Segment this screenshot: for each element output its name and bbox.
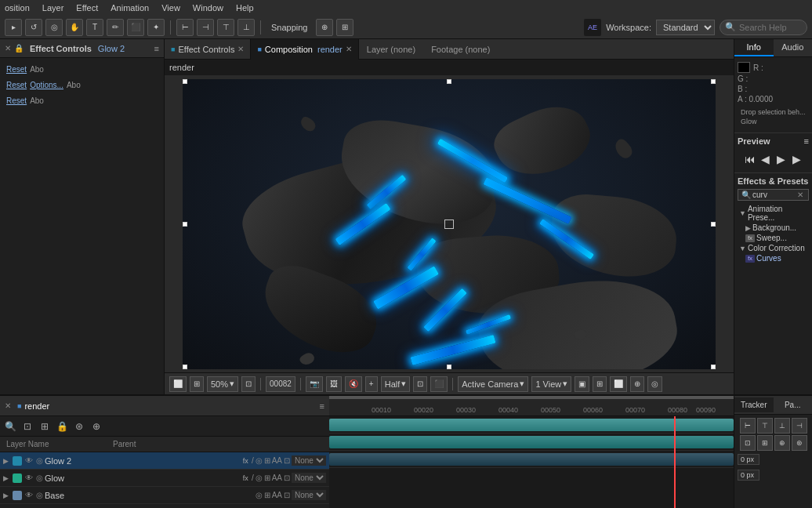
layer-glow2[interactable]: ▶ 👁 ◎ Glow 2 fx / ◎ ⊞ AA ⊡ None <box>0 452 329 470</box>
work-area-bar[interactable] <box>329 396 734 399</box>
layer-solo-glow2[interactable]: ◎ <box>36 456 43 465</box>
tracker-tab[interactable]: Tracker <box>734 397 774 412</box>
mute-btn[interactable]: 🔇 <box>345 376 362 392</box>
tl-lock-btn[interactable]: 🔒 <box>55 419 69 434</box>
layer-parent-base[interactable]: None <box>292 490 326 500</box>
timeline-tab[interactable]: render <box>24 401 49 411</box>
options-btn[interactable]: Options... <box>30 81 63 89</box>
menu-layer[interactable]: Layer <box>41 3 66 13</box>
layer-fx-glow[interactable]: fx <box>241 474 250 482</box>
pan-tool-btn[interactable]: ✋ <box>66 19 83 36</box>
snapping-btn2[interactable]: ⊞ <box>336 19 353 36</box>
audio-tab[interactable]: Audio <box>774 39 813 56</box>
show-snapshot-btn[interactable]: 🖼 <box>326 376 342 392</box>
tracker-btn-2[interactable]: ⊤ <box>757 418 773 434</box>
rotation-tool-btn[interactable]: ↺ <box>25 19 42 36</box>
effect-controls-tab[interactable]: ■ Effect Controls ✕ <box>165 39 251 60</box>
sweep-item[interactable]: fx Sweep... <box>738 233 809 243</box>
about-btn-2[interactable]: Abo <box>67 81 81 89</box>
reset-btn-1[interactable]: Reset <box>6 65 27 74</box>
toggle-pixel-btn[interactable]: ⊞ <box>593 376 607 392</box>
curves-item[interactable]: fx Curves <box>738 253 809 263</box>
track-glow[interactable] <box>329 434 734 451</box>
snapshot-btn[interactable]: 📷 <box>306 376 323 392</box>
camera-dropdown[interactable]: Active Camera ▾ <box>458 376 528 392</box>
add-marker-btn[interactable]: + <box>365 376 378 392</box>
layer-motion-glow2[interactable]: / <box>252 456 254 465</box>
transparency-btn[interactable]: ⬛ <box>430 376 448 392</box>
align-btn-2[interactable]: ⊣ <box>197 19 214 36</box>
tracker-btn-8[interactable]: ⊛ <box>792 435 807 451</box>
tl-draft-btn[interactable]: ⊡ <box>20 419 34 434</box>
zoom-tool-btn[interactable]: T <box>86 19 103 36</box>
layer-3d-glow2[interactable]: ◎ <box>256 456 263 465</box>
puppet-tool-btn[interactable]: ✦ <box>147 19 165 36</box>
track-base[interactable] <box>329 451 734 468</box>
background-item[interactable]: ▶ Backgroun... <box>738 223 809 233</box>
panel-close-x[interactable]: ✕ <box>5 44 11 53</box>
layer-eye-glow2[interactable]: 👁 <box>24 456 34 465</box>
layer-eye-glow[interactable]: 👁 <box>24 474 34 482</box>
preview-menu[interactable]: ≡ <box>804 136 809 146</box>
align-btn-3[interactable]: ⊤ <box>217 19 234 36</box>
zoom-dropdown[interactable]: 50% ▾ <box>207 376 238 392</box>
layer-solo-glow[interactable]: ◎ <box>36 474 43 482</box>
layer-3d-base[interactable]: ◎ <box>256 491 263 499</box>
timecode-btn[interactable]: 00082 <box>266 376 295 392</box>
layer-parent-glow2[interactable]: None <box>292 455 326 466</box>
region-of-interest-btn[interactable]: ⬜ <box>169 376 187 392</box>
px-value-2[interactable]: 0 px <box>738 470 759 481</box>
layer-blendmode-glow[interactable]: ⊡ <box>284 474 290 482</box>
handle-mr[interactable] <box>711 222 716 227</box>
effects-search-input[interactable] <box>752 190 796 199</box>
handle-ml[interactable] <box>183 222 187 227</box>
workspace-select[interactable]: Standard <box>656 20 715 35</box>
viewer[interactable] <box>165 75 734 372</box>
tl-close-x[interactable]: ✕ <box>5 401 11 410</box>
info-tab[interactable]: Info <box>734 39 774 56</box>
prev-frame-btn[interactable]: ◀ <box>759 152 773 166</box>
menu-help[interactable]: Help <box>234 3 256 13</box>
layer-aa-base[interactable]: AA <box>272 491 282 499</box>
panel-menu-icon[interactable]: ≡ <box>154 44 159 53</box>
layer-blendmode-base[interactable]: ⊡ <box>284 491 290 499</box>
layer-expand-glow[interactable]: ▶ <box>3 474 11 482</box>
tl-solo-btn[interactable]: ⊕ <box>89 419 103 434</box>
output-btn[interactable]: ⊕ <box>630 376 644 392</box>
tracker-btn-5[interactable]: ⊡ <box>740 435 756 451</box>
layer-glow[interactable]: ▶ 👁 ◎ Glow fx / ◎ ⊞ AA ⊡ None <box>0 470 329 487</box>
grid-btn[interactable]: ⊞ <box>190 376 204 392</box>
tracker-btn-7[interactable]: ⊕ <box>774 435 790 451</box>
reset-exposure-btn[interactable]: ◎ <box>647 376 662 392</box>
effects-search-clear[interactable]: ✕ <box>797 190 803 199</box>
menu-effect[interactable]: Effect <box>74 3 100 13</box>
tab2-close[interactable]: ✕ <box>346 45 352 53</box>
menu-position[interactable]: osition <box>3 3 31 13</box>
tracker-btn-4[interactable]: ⊣ <box>792 418 807 434</box>
layer-eye-base[interactable]: 👁 <box>24 491 34 499</box>
track-glow2[interactable] <box>329 416 734 434</box>
layer-expand-base[interactable]: ▶ <box>3 492 11 499</box>
color-correction-item[interactable]: ▼ Color Correction <box>738 243 809 253</box>
layer-solo-base[interactable]: ◎ <box>36 491 43 499</box>
layer-collapse-glow[interactable]: ⊞ <box>264 474 270 482</box>
quality-dropdown[interactable]: Half ▾ <box>381 376 411 392</box>
layer-fx-glow2[interactable]: fx <box>241 457 250 465</box>
tl-search-btn[interactable]: 🔍 <box>3 419 17 434</box>
selection-tool-btn[interactable]: ▸ <box>5 19 22 36</box>
composition-tab[interactable]: ■ Composition render ✕ <box>251 39 358 60</box>
tl-shy-btn[interactable]: ⊛ <box>72 419 86 434</box>
handle-tl[interactable] <box>183 79 187 84</box>
layer-base[interactable]: ▶ 👁 ◎ Base ◎ ⊞ AA ⊡ None <box>0 487 329 504</box>
layer-motion-glow[interactable]: / <box>252 474 254 482</box>
tl-mute-btn[interactable]: ⊞ <box>38 419 52 434</box>
tracker-btn-3[interactable]: ⊥ <box>774 418 790 434</box>
panel-lock-icon[interactable]: 🔒 <box>14 44 24 53</box>
handle-br[interactable] <box>711 365 716 369</box>
layer-collapse-glow2[interactable]: ⊞ <box>264 456 270 465</box>
play-btn[interactable]: ▶ <box>774 152 788 166</box>
layer-parent-glow[interactable]: None <box>292 473 326 483</box>
tab1-close[interactable]: ✕ <box>237 45 244 53</box>
handle-bm[interactable] <box>447 365 451 369</box>
px-value-1[interactable]: 0 px <box>738 454 759 465</box>
